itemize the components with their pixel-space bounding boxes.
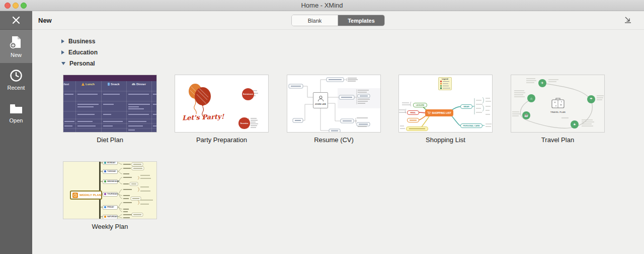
template-label: Weekly Plan — [63, 223, 157, 230]
category-label: Business — [68, 38, 95, 45]
template-card-shopping-list[interactable]: Legend LEISURE MEAL WEAR PE — [398, 75, 493, 144]
travel-node-sight: ★ — [571, 120, 579, 129]
sidebar-item-open[interactable]: Open — [0, 96, 32, 130]
diet-column-lunch: Lunch — [82, 83, 95, 86]
dome-icon — [132, 83, 135, 85]
close-home-button[interactable] — [0, 11, 32, 30]
party-headline: Let's Party! — [182, 113, 224, 122]
page-title: New — [38, 17, 52, 24]
resume-mindmap-graphic — [287, 75, 380, 132]
window-titlebar: Home - XMind — [0, 0, 644, 11]
template-label: Party Preparation — [175, 136, 269, 144]
folder-icon — [9, 103, 23, 115]
branch-wear: WEAR — [460, 104, 472, 109]
template-card-party-preparation[interactable]: Let's Party! Entertainment Decoration Pa… — [175, 75, 269, 144]
legend-items-graphic — [440, 80, 452, 89]
balloons-graphic — [175, 75, 268, 132]
day-color-square — [104, 216, 106, 218]
shopping-center-topic: SHOPPING LIST — [425, 109, 453, 116]
diet-column-dinner: Dinner — [132, 83, 146, 86]
branch-text-bar — [409, 119, 417, 121]
resume-person-name: JOHN LEE — [315, 103, 326, 105]
import-icon — [623, 15, 632, 24]
category-education[interactable]: Education — [61, 48, 98, 56]
travel-route-graphic — [511, 75, 604, 132]
main-panel: New Blank Templates Business Education P… — [32, 11, 644, 254]
day-pill-friday: FRIDAY — [103, 205, 118, 210]
day-pill-wednesday: WEDNESDAY — [103, 179, 118, 184]
day-pill-tuesday: TUESDAY — [103, 169, 118, 174]
legend-box: Legend — [438, 77, 452, 90]
template-thumbnail-travel-plan[interactable]: ✈ ⌂ ☕ ★ ☂ TRAVEL PLAN — [511, 75, 605, 133]
import-template-button[interactable] — [623, 15, 633, 25]
travel-node-flight: ✈ — [538, 79, 546, 87]
template-thumbnail-weekly-plan[interactable]: MONDAY TUESDAY WEDNESDAY THURSDAY FRIDAY — [63, 161, 157, 219]
branch-personal-care: PERSONAL CARE — [460, 123, 482, 128]
template-label: Shopping List — [398, 136, 493, 144]
travel-node-weather: ☂ — [587, 95, 595, 103]
day-pill-monday: MONDAY — [103, 161, 118, 165]
branch-food — [407, 118, 419, 122]
branch-meal: MEAL — [407, 110, 419, 115]
travel-center-topic: TRAVEL PLAN — [548, 111, 568, 113]
disclosure-triangle-icon[interactable] — [61, 50, 64, 54]
window-title: Home - XMind — [0, 2, 644, 9]
template-card-weekly-plan[interactable]: MONDAY TUESDAY WEDNESDAY THURSDAY FRIDAY — [63, 161, 157, 230]
sidebar-item-label: Open — [10, 117, 23, 123]
view-switcher: Blank Templates — [291, 15, 385, 26]
template-card-resume[interactable]: JOHN LEE Resume (CV) — [287, 75, 381, 144]
bottle-icon — [108, 83, 110, 86]
resume-center-topic: JOHN LEE — [313, 92, 328, 108]
cart-icon — [427, 111, 431, 114]
day-color-square — [104, 162, 106, 164]
clock-icon — [10, 69, 23, 82]
tab-blank[interactable]: Blank — [292, 15, 338, 26]
close-icon — [11, 15, 21, 25]
category-personal[interactable]: Personal — [61, 59, 95, 68]
clock-badge-icon — [72, 193, 78, 198]
day-color-square — [104, 206, 106, 208]
diet-column-snack: Snack — [108, 83, 120, 86]
day-color-square — [104, 180, 106, 182]
new-document-icon — [10, 35, 23, 49]
travel-node-food: ☕ — [522, 111, 530, 119]
diet-column-breakfast: Breakfast — [63, 83, 69, 86]
branch-leisure: LEISURE — [413, 103, 427, 107]
sidebar-item-new[interactable]: New — [0, 30, 32, 63]
xmind-home-window: Home - XMind New Recent — [0, 0, 644, 254]
category-label: Education — [68, 49, 98, 56]
day-color-square — [104, 193, 106, 195]
template-thumbnail-diet-plan[interactable]: Breakfast Lunch Snack Dinner — [63, 75, 157, 133]
template-card-travel-plan[interactable]: ✈ ⌂ ☕ ★ ☂ TRAVEL PLAN Travel Plan — [511, 75, 605, 144]
tab-templates[interactable]: Templates — [338, 15, 384, 26]
template-thumbnail-party-preparation[interactable]: Let's Party! Entertainment Decoration — [175, 75, 269, 133]
party-topic-entertainment: Entertainment — [242, 88, 254, 100]
pizza-icon — [82, 83, 85, 86]
party-topic-decoration: Decoration — [238, 117, 250, 129]
template-thumbnail-resume[interactable]: JOHN LEE — [287, 75, 381, 133]
category-business[interactable]: Business — [61, 37, 95, 45]
disclosure-triangle-icon[interactable] — [61, 62, 65, 65]
template-label: Diet Plan — [63, 136, 157, 144]
main-header: New Blank Templates — [32, 11, 644, 30]
day-pill-thursday: THURSDAY — [103, 192, 118, 197]
weekly-center-topic: WEEKLY PLAN — [70, 190, 102, 200]
template-label: Travel Plan — [511, 136, 605, 144]
template-thumbnail-shopping-list[interactable]: Legend LEISURE MEAL WEAR PE — [398, 75, 493, 133]
person-avatar-icon — [317, 95, 324, 102]
branch-text-bar — [409, 128, 426, 130]
template-label: Resume (CV) — [287, 136, 381, 144]
day-color-square — [104, 170, 106, 172]
day-pill-saturday: SATURDAY — [103, 215, 118, 219]
template-card-diet-plan[interactable]: Breakfast Lunch Snack Dinner Diet Plan — [63, 75, 157, 144]
category-label: Personal — [69, 60, 95, 67]
sidebar: New Recent Open — [0, 11, 32, 254]
travel-node-home: ⌂ — [527, 94, 535, 102]
disclosure-triangle-icon[interactable] — [61, 39, 64, 43]
sidebar-item-label: Recent — [8, 85, 25, 91]
sidebar-item-recent[interactable]: Recent — [0, 63, 32, 96]
sidebar-item-label: New — [11, 52, 22, 58]
branch-yellow — [406, 126, 428, 131]
